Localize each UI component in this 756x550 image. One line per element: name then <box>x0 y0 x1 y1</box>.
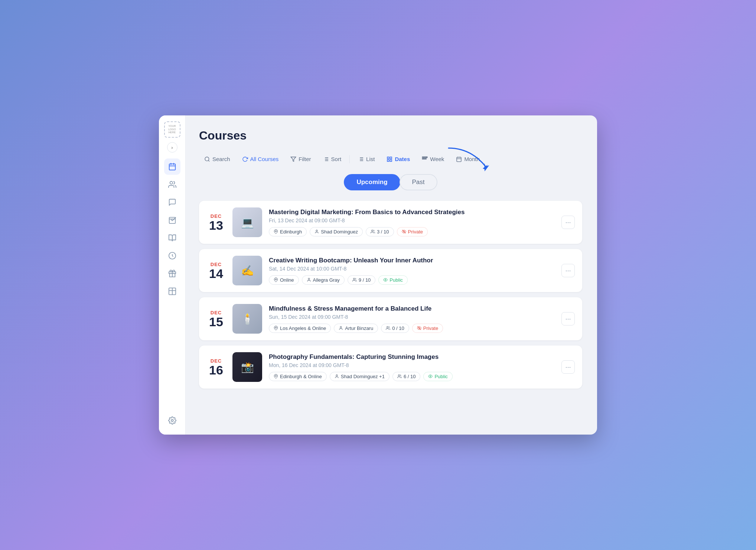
course-datetime: Sun, 15 Dec 2024 at 09:00 GMT-8 <box>269 314 555 320</box>
sort-button[interactable]: Sort <box>318 153 347 165</box>
filter-button[interactable]: Filter <box>285 153 316 165</box>
dates-button[interactable]: Dates <box>381 153 415 165</box>
sidebar-item-tasks[interactable] <box>164 212 180 228</box>
courses-list: Dec 13 💻 Mastering Digital Marketing: Fr… <box>199 201 582 389</box>
month-button[interactable]: Month <box>451 153 485 165</box>
list-icon <box>358 156 364 162</box>
svg-point-60 <box>336 375 338 376</box>
svg-point-14 <box>205 157 209 161</box>
svg-point-4 <box>170 181 172 184</box>
svg-rect-33 <box>423 157 424 158</box>
week-button[interactable]: Week <box>417 153 449 165</box>
svg-point-51 <box>308 278 310 280</box>
group-icon <box>397 374 402 379</box>
visibility-tag: Public <box>423 372 452 381</box>
course-date-day: 15 <box>209 315 223 328</box>
page-title: Courses <box>199 129 582 143</box>
course-menu-button[interactable]: ··· <box>561 264 575 277</box>
sort-icon <box>323 156 329 162</box>
svg-point-55 <box>340 327 342 328</box>
eye-icon <box>428 374 433 379</box>
upcoming-toggle-button[interactable]: Upcoming <box>344 174 400 190</box>
location-tag: Edinburgh <box>269 227 307 236</box>
course-date: Dec 15 <box>206 310 226 328</box>
svg-rect-0 <box>169 164 175 170</box>
course-title: Mastering Digital Marketing: From Basics… <box>269 209 555 216</box>
location-icon <box>274 374 278 379</box>
past-toggle-button[interactable]: Past <box>400 174 437 190</box>
logo: YOUR LOGO HERE <box>164 121 180 138</box>
refresh-icon <box>242 156 248 162</box>
location-tag: Online <box>269 275 299 285</box>
location-icon <box>274 278 278 282</box>
sidebar-item-book[interactable] <box>164 230 180 246</box>
course-info: Mastering Digital Marketing: From Basics… <box>269 209 555 236</box>
sidebar-item-settings[interactable] <box>164 412 180 429</box>
course-tags: Online Allegra Gray 9 / 10 Public <box>269 275 555 285</box>
course-tags: Los Angeles & Online Artur Binzaru 0 / 1… <box>269 324 555 333</box>
visibility-tag: Public <box>378 275 407 285</box>
course-datetime: Sat, 14 Dec 2024 at 10:00 GMT-8 <box>269 266 555 272</box>
person-icon <box>339 326 343 330</box>
course-title: Photography Fundamentals: Capturing Stun… <box>269 353 555 361</box>
course-info: Mindfulness & Stress Management for a Ba… <box>269 305 555 333</box>
svg-point-53 <box>385 279 386 281</box>
week-icon <box>422 156 428 162</box>
course-card: Dec 14 ✍️ Creative Writing Bootcamp: Unl… <box>199 249 582 292</box>
instructor-tag: Shad Dominguez +1 <box>330 372 390 381</box>
svg-rect-39 <box>426 158 427 159</box>
list-button[interactable]: List <box>353 153 380 165</box>
main-content: Courses Search All Courses Filter Sort <box>186 115 597 435</box>
toolbar-divider <box>349 155 350 163</box>
svg-rect-35 <box>426 157 427 158</box>
eye-icon <box>402 229 406 234</box>
sidebar-item-calendar[interactable] <box>164 158 180 175</box>
group-icon <box>386 326 390 330</box>
location-icon <box>274 326 278 330</box>
sidebar-item-chat[interactable] <box>164 194 180 210</box>
sidebar-item-people[interactable] <box>164 176 180 193</box>
course-date: Dec 16 <box>206 358 226 376</box>
capacity-tag: 6 / 10 <box>392 372 421 381</box>
course-title: Mindfulness & Stress Management for a Ba… <box>269 305 555 312</box>
filter-icon <box>290 156 296 162</box>
svg-point-45 <box>276 231 277 232</box>
svg-point-52 <box>353 278 355 280</box>
capacity-tag: 3 / 10 <box>366 227 394 236</box>
course-menu-button[interactable]: ··· <box>561 360 575 374</box>
svg-line-15 <box>208 160 209 161</box>
svg-point-61 <box>398 375 400 376</box>
course-date-day: 14 <box>209 267 223 280</box>
group-icon <box>352 278 357 282</box>
svg-point-13 <box>171 419 173 422</box>
instructor-tag: Allegra Gray <box>302 275 345 285</box>
sidebar-item-analytics[interactable] <box>164 248 180 264</box>
course-image: 📸 <box>232 352 262 382</box>
svg-point-47 <box>372 230 373 232</box>
location-icon <box>274 229 278 234</box>
svg-point-62 <box>430 376 431 377</box>
course-card: Dec 16 📸 Photography Fundamentals: Captu… <box>199 346 582 389</box>
sidebar-expand-button[interactable]: › <box>167 142 177 153</box>
svg-point-59 <box>276 376 277 377</box>
course-date-day: 13 <box>209 219 223 232</box>
sidebar-item-gift[interactable] <box>164 265 180 282</box>
course-menu-button[interactable]: ··· <box>561 312 575 325</box>
svg-point-56 <box>387 327 388 328</box>
search-icon <box>204 156 210 162</box>
course-menu-button[interactable]: ··· <box>561 216 575 229</box>
sidebar-item-badge[interactable] <box>164 283 180 299</box>
course-date: Dec 13 <box>206 213 226 232</box>
all-courses-button[interactable]: All Courses <box>237 153 284 165</box>
course-card: Dec 15 🕯️ Mindfulness & Stress Managemen… <box>199 297 582 340</box>
course-datetime: Mon, 16 Dec 2024 at 09:00 GMT-8 <box>269 362 555 368</box>
search-button[interactable]: Search <box>199 153 235 165</box>
svg-rect-29 <box>387 157 389 159</box>
visibility-tag: Private <box>412 324 443 333</box>
course-info: Creative Writing Bootcamp: Unleash Your … <box>269 257 555 285</box>
course-datetime: Fri, 13 Dec 2024 at 09:00 GMT-8 <box>269 217 555 223</box>
svg-rect-38 <box>424 158 425 159</box>
svg-rect-34 <box>424 157 425 158</box>
svg-point-46 <box>316 230 317 232</box>
capacity-tag: 0 / 10 <box>381 324 409 333</box>
